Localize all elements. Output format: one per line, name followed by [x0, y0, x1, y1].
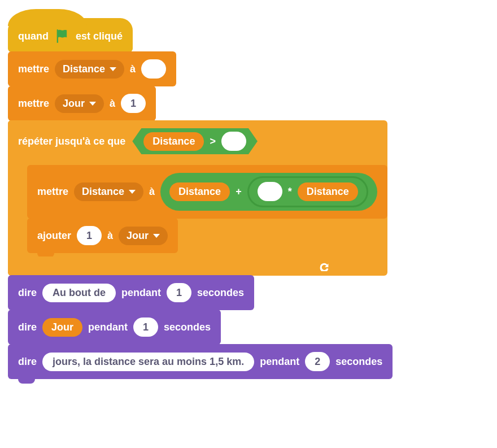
keyword-say: dire — [18, 356, 37, 368]
value-input[interactable] — [221, 132, 246, 151]
multiply-operator[interactable]: * Distance — [251, 180, 365, 203]
hat-suffix: est cliqué — [76, 31, 123, 42]
keyword-to: à — [110, 98, 115, 110]
keyword-say: dire — [18, 287, 37, 299]
green-flag-icon — [54, 28, 70, 44]
variable-dropdown-distance[interactable]: Distance — [55, 60, 124, 79]
change-jour-block[interactable]: ajouter 1 à Jour — [27, 218, 178, 253]
value-input[interactable]: 1 — [77, 226, 102, 245]
variable-dropdown-jour[interactable]: Jour — [119, 227, 168, 245]
hat-prefix: quand — [18, 31, 49, 42]
loop-arrow-icon — [319, 261, 331, 271]
dropdown-label: Jour — [127, 230, 149, 242]
greater-than-operator[interactable]: Distance > — [132, 128, 258, 154]
variable-dropdown-distance[interactable]: Distance — [74, 182, 143, 201]
repeat-footer — [8, 256, 341, 276]
when-flag-clicked-block[interactable]: quand est cliqué — [8, 18, 133, 52]
chevron-down-icon — [153, 234, 160, 238]
seconds-input[interactable]: 1 — [133, 317, 158, 337]
seconds-input[interactable]: 2 — [305, 352, 330, 371]
repeat-until-block[interactable]: répéter jusqu'à ce que Distance > mettre… — [8, 120, 387, 276]
say-text-block-1[interactable]: dire Au bout de pendant 1 secondes — [8, 275, 254, 310]
chevron-down-icon — [129, 190, 136, 194]
operator-gt: > — [210, 136, 216, 147]
value-input[interactable] — [141, 59, 166, 79]
seconds-input[interactable]: 1 — [167, 283, 191, 302]
set-distance-block[interactable]: mettre Distance à — [8, 51, 176, 86]
keyword-say: dire — [18, 321, 37, 333]
chevron-down-icon — [110, 67, 116, 71]
multiply-operator-wrapper: * Distance — [247, 176, 368, 207]
variable-dropdown-jour[interactable]: Jour — [55, 94, 104, 113]
repeat-until-header: répéter jusqu'à ce que Distance > — [8, 120, 268, 162]
keyword-for: pendant — [121, 287, 161, 299]
keyword-for: pendant — [260, 356, 299, 368]
variable-reporter-distance[interactable]: Distance — [143, 132, 204, 151]
repeat-label: répéter jusqu'à ce que — [18, 136, 125, 147]
operator-plus: + — [236, 186, 242, 198]
text-input[interactable]: Au bout de — [42, 284, 116, 302]
keyword-set: mettre — [18, 63, 49, 75]
chevron-down-icon — [89, 102, 96, 106]
keyword-to: à — [149, 186, 155, 198]
keyword-seconds: secondes — [197, 287, 244, 299]
text-input[interactable]: jours, la distance sera au moins 1,5 km. — [42, 353, 254, 371]
dropdown-label: Distance — [63, 63, 105, 75]
set-jour-block[interactable]: mettre Jour à 1 — [8, 86, 156, 121]
keyword-set: mettre — [18, 98, 49, 110]
say-var-block[interactable]: dire Jour pendant 1 secondes — [8, 310, 221, 345]
variable-reporter-distance[interactable]: Distance — [298, 182, 358, 201]
operator-times: * — [288, 186, 292, 198]
repeat-body: mettre Distance à Distance + * Distance — [8, 162, 387, 256]
keyword-change: ajouter — [37, 230, 71, 242]
keyword-to: à — [130, 63, 136, 75]
value-input[interactable]: 1 — [121, 94, 146, 113]
keyword-to: à — [107, 230, 113, 242]
dropdown-label: Distance — [82, 186, 124, 198]
add-operator[interactable]: Distance + * Distance — [160, 173, 377, 211]
value-input[interactable] — [258, 182, 282, 201]
variable-reporter-distance[interactable]: Distance — [169, 182, 230, 201]
script-stack: quand est cliqué mettre Distance à mettr… — [8, 8, 489, 379]
keyword-set: mettre — [37, 186, 68, 198]
keyword-for: pendant — [88, 321, 128, 333]
say-text-block-2[interactable]: dire jours, la distance sera au moins 1,… — [8, 344, 393, 379]
keyword-seconds: secondes — [164, 321, 211, 333]
keyword-seconds: secondes — [335, 356, 382, 368]
variable-reporter-jour[interactable]: Jour — [42, 318, 82, 337]
set-distance-expr-block[interactable]: mettre Distance à Distance + * Distance — [27, 165, 387, 219]
dropdown-label: Jour — [63, 98, 85, 110]
